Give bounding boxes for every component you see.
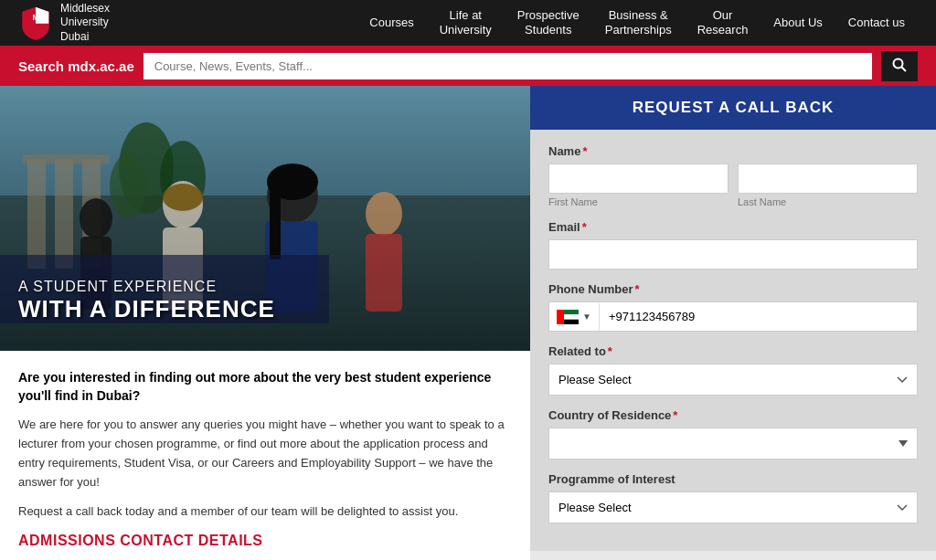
phone-label: Phone Number* (548, 282, 918, 296)
related-to-label: Related to* (548, 344, 918, 358)
phone-flag-selector[interactable]: ▼ (549, 303, 600, 331)
last-name-input[interactable] (738, 164, 918, 194)
first-name-input[interactable] (548, 164, 729, 194)
nav-life-at-university[interactable]: Life at University (427, 0, 505, 46)
nav-prospective-students[interactable]: Prospective Students (505, 0, 592, 46)
form-body: Name* First Name Last Name Email* (530, 130, 936, 551)
last-name-hint: Last Name (738, 196, 918, 207)
country-select[interactable] (548, 428, 918, 460)
svg-line-5 (902, 67, 907, 71)
left-side: A STUDENT EXPERIENCE WITH A DIFFERENCE A… (0, 86, 530, 560)
phone-group: Phone Number* ▼ (548, 282, 918, 332)
programme-label: Programme of Interest (548, 472, 918, 486)
nav-business-partnerships[interactable]: Business & Partnerships (592, 0, 685, 46)
content-para1: We are here for you to answer any querie… (18, 416, 512, 491)
nav-menu: Courses Life at University Prospective S… (356, 0, 918, 46)
hero-text-banner: A STUDENT EXPERIENCE WITH A DIFFERENCE (18, 279, 530, 323)
programme-select[interactable]: Please Select (548, 491, 918, 523)
search-bar: Search mdx.ac.ae (0, 46, 936, 86)
nav-our-research[interactable]: Our Research (685, 0, 761, 46)
phone-input[interactable] (600, 302, 917, 331)
svg-rect-32 (557, 310, 564, 324)
svg-rect-2 (22, 24, 48, 38)
search-icon (892, 58, 907, 72)
logo-text: Middlesex University Dubai (60, 2, 110, 45)
hero-background: A STUDENT EXPERIENCE WITH A DIFFERENCE (0, 86, 530, 351)
first-name-field: First Name (548, 164, 729, 207)
nav-contact-us[interactable]: Contact us (835, 0, 918, 46)
phone-row: ▼ (548, 301, 918, 332)
svg-point-4 (894, 58, 903, 68)
uae-flag-icon (557, 310, 579, 324)
name-row: First Name Last Name (548, 164, 918, 207)
first-name-hint: First Name (548, 196, 729, 207)
left-text-area: Are you interested in finding out more a… (0, 351, 530, 560)
content-para2: Request a call back today and a member o… (18, 502, 512, 522)
last-name-field: Last Name (738, 164, 918, 207)
country-label: Country of Residence* (548, 408, 918, 422)
flag-dropdown-chevron: ▼ (582, 312, 591, 322)
email-group: Email* (548, 220, 918, 269)
email-label: Email* (548, 220, 918, 234)
admissions-heading: ADMISSIONS CONTACT DETAILS (18, 533, 512, 549)
hero-title: WITH A DIFFERENCE (18, 295, 530, 323)
logo-shield-icon: M (18, 5, 53, 40)
name-group: Name* First Name Last Name (548, 144, 918, 207)
nav-courses[interactable]: Courses (356, 0, 426, 46)
search-button[interactable] (881, 51, 918, 81)
right-side-form: REQUEST A CALL BACK Name* First Name Las… (530, 86, 936, 551)
content-heading: Are you interested in finding out more a… (18, 369, 512, 405)
main-content: A STUDENT EXPERIENCE WITH A DIFFERENCE A… (0, 86, 936, 560)
related-to-group: Related to* Please Select (548, 344, 918, 396)
hero-subtitle: A STUDENT EXPERIENCE (18, 279, 530, 295)
nav-about-us[interactable]: About Us (760, 0, 835, 46)
email-input[interactable] (548, 239, 918, 269)
programme-group: Programme of Interest Please Select (548, 472, 918, 523)
svg-text:M: M (32, 13, 38, 22)
country-group: Country of Residence* (548, 408, 918, 460)
form-header: REQUEST A CALL BACK (530, 86, 936, 130)
logo[interactable]: M Middlesex University Dubai (18, 2, 110, 45)
navbar: M Middlesex University Dubai Courses Lif… (0, 0, 936, 46)
search-input-wrap (144, 53, 872, 79)
search-input[interactable] (144, 53, 872, 79)
name-label: Name* (548, 144, 918, 158)
search-label: Search mdx.ac.ae (18, 58, 134, 74)
hero-image: A STUDENT EXPERIENCE WITH A DIFFERENCE (0, 86, 530, 351)
related-to-select[interactable]: Please Select (548, 364, 918, 396)
